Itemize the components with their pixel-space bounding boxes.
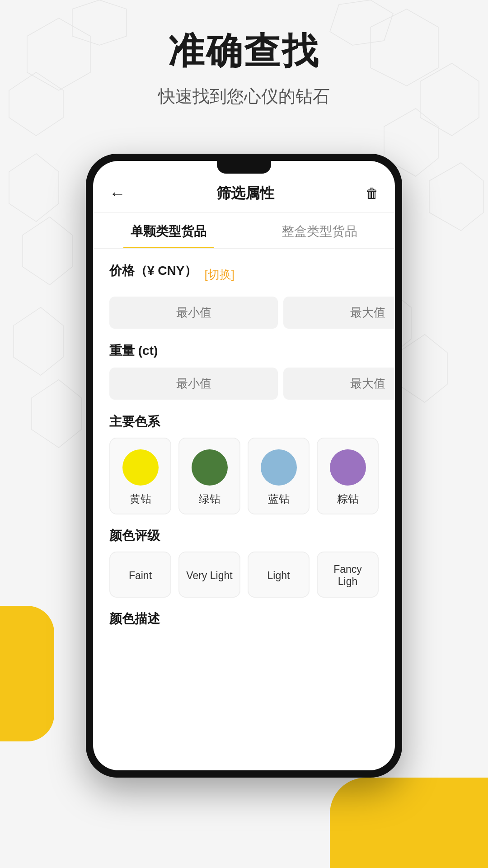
color-grid: 黄钻 绿钻 蓝钻 粽钻 — [109, 438, 379, 514]
back-button[interactable]: ← — [109, 184, 126, 203]
currency-switch-link[interactable]: [切换] — [204, 267, 234, 283]
grade-card-fancy-light[interactable]: Fancy Ligh — [317, 552, 379, 598]
color-card-blue[interactable]: 蓝钻 — [248, 438, 310, 514]
yellow-accent-bottom — [330, 778, 488, 868]
color-card-purple[interactable]: 粽钻 — [317, 438, 379, 514]
yellow-diamond-circle — [122, 449, 159, 486]
phone-mockup: ← 筛选属性 🗑 单颗类型货品 整盒类型货品 价格（¥ CNY） [切换] — [86, 154, 402, 778]
phone-screen: ← 筛选属性 🗑 单颗类型货品 整盒类型货品 价格（¥ CNY） [切换] — [93, 161, 395, 770]
phone-notch — [217, 161, 271, 174]
yellow-diamond-label: 黄钻 — [130, 492, 151, 506]
app-screen-title: 筛选属性 — [216, 184, 274, 203]
blue-diamond-label: 蓝钻 — [268, 492, 290, 506]
yellow-accent-left — [0, 606, 54, 741]
purple-diamond-circle — [330, 449, 366, 486]
very-light-label: Very Light — [186, 570, 232, 582]
green-diamond-circle — [192, 449, 228, 486]
filter-content: 价格（¥ CNY） [切换] 范围 ▼ 重量 (ct) 范围 ▼ — [93, 249, 395, 770]
price-title: 价格（¥ CNY） — [109, 262, 197, 279]
weight-min-input[interactable] — [109, 368, 278, 400]
price-input-row: 范围 ▼ — [109, 296, 379, 330]
tab-single[interactable]: 单颗类型货品 — [93, 213, 244, 248]
price-min-input[interactable] — [109, 297, 278, 329]
header-area: 准确查找 快速找到您心仪的钻石 — [0, 27, 488, 108]
grade-grid: Faint Very Light Light Fancy Ligh — [109, 552, 379, 598]
grade-card-light[interactable]: Light — [248, 552, 310, 598]
fancy-light-label: Fancy Ligh — [323, 563, 372, 588]
green-diamond-label: 绿钻 — [199, 492, 221, 506]
color-section-title: 主要色系 — [109, 413, 379, 430]
weight-title: 重量 (ct) — [109, 342, 379, 359]
grade-card-very-light[interactable]: Very Light — [178, 552, 240, 598]
grade-card-faint[interactable]: Faint — [109, 552, 171, 598]
purple-diamond-label: 粽钻 — [337, 492, 359, 506]
price-section-header: 价格（¥ CNY） [切换] — [109, 262, 379, 287]
page-subtitle: 快速找到您心仪的钻石 — [0, 85, 488, 108]
price-max-input[interactable] — [283, 297, 395, 329]
blue-diamond-circle — [261, 449, 297, 486]
grade-section-title: 颜色评级 — [109, 527, 379, 544]
light-label: Light — [267, 570, 290, 582]
trash-icon[interactable]: 🗑 — [365, 186, 379, 201]
faint-label: Faint — [129, 570, 152, 582]
color-card-yellow[interactable]: 黄钻 — [109, 438, 171, 514]
page-main-title: 准确查找 — [0, 27, 488, 76]
weight-input-row: 范围 ▼ — [109, 367, 379, 401]
tab-box[interactable]: 整盒类型货品 — [244, 213, 395, 248]
weight-max-input[interactable] — [283, 368, 395, 400]
tab-bar: 单颗类型货品 整盒类型货品 — [93, 213, 395, 249]
color-card-green[interactable]: 绿钻 — [178, 438, 240, 514]
color-desc-title: 颜色描述 — [109, 610, 379, 627]
